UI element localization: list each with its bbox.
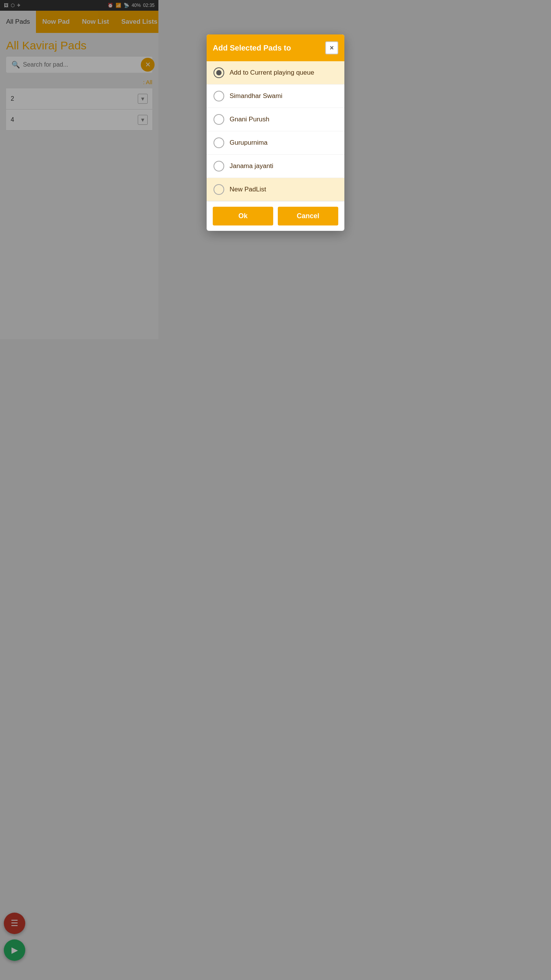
overlay: Add Selected Pads to × Add to Current pl… <box>0 0 158 343</box>
